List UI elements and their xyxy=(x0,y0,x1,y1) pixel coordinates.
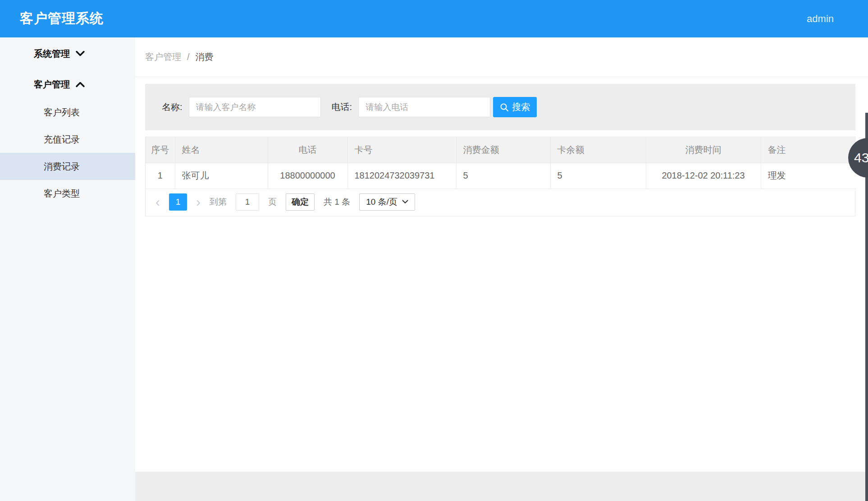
phone-input[interactable] xyxy=(358,97,490,117)
goto-page-input[interactable] xyxy=(236,193,259,211)
app-header: 客户管理系统 admin xyxy=(0,0,868,37)
sidebar-item-customer-list[interactable]: 客户列表 xyxy=(0,99,135,126)
cell-name: 张可儿 xyxy=(175,163,268,188)
footer xyxy=(135,472,868,501)
column-header-balance: 卡余额 xyxy=(550,137,646,163)
confirm-button[interactable]: 确定 xyxy=(286,193,315,211)
cell-phone: 18800000000 xyxy=(268,163,347,188)
app-title: 客户管理系统 xyxy=(20,9,104,28)
sidebar-submenu: 客户列表 充值记录 消费记录 客户类型 xyxy=(0,99,135,207)
records-table-card: 序号 姓名 电话 卡号 消费金额 卡余额 消费时间 备注 1 张可儿 18800… xyxy=(145,137,855,216)
search-button-label: 搜索 xyxy=(512,101,530,113)
phone-label: 电话: xyxy=(332,101,352,113)
name-label: 名称: xyxy=(162,101,183,113)
column-header-amount: 消费金额 xyxy=(456,137,550,163)
records-table: 序号 姓名 电话 卡号 消费金额 卡余额 消费时间 备注 1 张可儿 18800… xyxy=(146,137,856,189)
sidebar-group-system-label: 系统管理 xyxy=(34,48,70,60)
column-header-card-no: 卡号 xyxy=(347,137,456,163)
prev-page-icon[interactable]: ‹ xyxy=(155,193,160,211)
breadcrumb: 客户管理 / 消费 xyxy=(135,37,868,77)
sidebar-item-label: 客户类型 xyxy=(44,188,80,200)
cell-amount: 5 xyxy=(456,163,550,188)
search-button[interactable]: 搜索 xyxy=(493,97,537,117)
total-count-label: 共 1 条 xyxy=(324,196,350,208)
table-header-row: 序号 姓名 电话 卡号 消费金额 卡余额 消费时间 备注 xyxy=(146,137,856,163)
cell-remark: 理发 xyxy=(761,163,856,188)
sidebar-item-consume-records[interactable]: 消费记录 xyxy=(0,153,135,180)
page-size-select[interactable]: 10 条/页 xyxy=(359,193,415,211)
name-input[interactable] xyxy=(189,97,321,117)
column-header-phone: 电话 xyxy=(268,137,347,163)
column-header-remark: 备注 xyxy=(761,137,856,163)
sidebar-item-label: 客户列表 xyxy=(44,106,80,119)
sidebar-item-label: 充值记录 xyxy=(44,133,80,146)
breadcrumb-parent[interactable]: 客户管理 xyxy=(145,51,181,63)
main-content: 客户管理 / 消费 名称: 电话: 搜索 序号 姓名 xyxy=(135,37,868,501)
user-menu[interactable]: admin xyxy=(807,13,834,25)
cell-card-no: 1812024732039731 xyxy=(347,163,456,188)
column-header-index: 序号 xyxy=(146,137,175,163)
current-page-button[interactable]: 1 xyxy=(169,193,187,211)
breadcrumb-separator: / xyxy=(187,52,190,62)
search-icon xyxy=(500,103,509,112)
pagination: ‹ 1 › 到第 页 确定 共 1 条 10 条/页 xyxy=(146,189,855,216)
page-unit-label: 页 xyxy=(268,196,277,208)
sidebar-group-customer[interactable]: 客户管理 xyxy=(0,73,135,96)
next-page-icon[interactable]: › xyxy=(196,193,201,211)
sidebar-group-customer-label: 客户管理 xyxy=(34,78,70,91)
cell-time: 2018-12-02 20:11:23 xyxy=(646,163,761,188)
table-row: 1 张可儿 18800000000 1812024732039731 5 5 2… xyxy=(146,163,856,188)
page-size-value: 10 条/页 xyxy=(366,196,397,208)
sidebar-item-recharge-records[interactable]: 充值记录 xyxy=(0,126,135,153)
chevron-down-icon xyxy=(75,51,85,57)
chevron-up-icon xyxy=(75,81,85,87)
column-header-time: 消费时间 xyxy=(646,137,761,163)
sidebar: 系统管理 客户管理 客户列表 充值记录 消费记录 客户类型 xyxy=(0,37,135,501)
chevron-down-icon xyxy=(402,200,408,204)
floating-badge-value: 43 xyxy=(854,150,868,165)
sidebar-item-customer-types[interactable]: 客户类型 xyxy=(0,180,135,207)
breadcrumb-current: 消费 xyxy=(196,51,214,63)
goto-label: 到第 xyxy=(210,196,227,208)
column-header-name: 姓名 xyxy=(175,137,268,163)
sidebar-group-system[interactable]: 系统管理 xyxy=(0,42,135,65)
cell-balance: 5 xyxy=(550,163,646,188)
search-panel: 名称: 电话: 搜索 xyxy=(145,84,855,130)
sidebar-item-label: 消费记录 xyxy=(44,161,80,173)
cell-index: 1 xyxy=(146,163,175,188)
